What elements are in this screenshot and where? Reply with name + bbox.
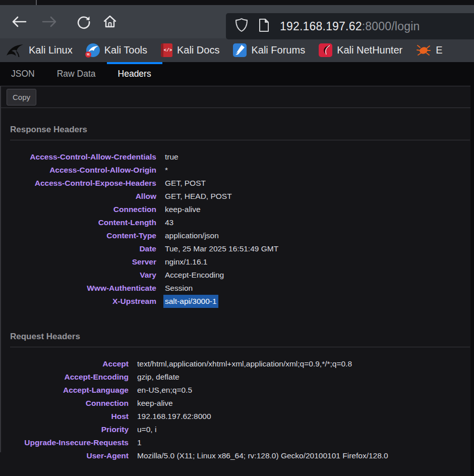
response-headers-section: Response Headers Access-Control-Allow-Cr… bbox=[10, 108, 474, 308]
header-row: Connectionkeep-alive bbox=[10, 203, 474, 216]
header-row: VaryAccept-Encoding bbox=[10, 269, 474, 282]
header-value: 1 bbox=[137, 436, 142, 449]
header-value: Tue, 25 Mar 2025 16:51:49 GMT bbox=[165, 242, 278, 255]
header-value: text/html,application/xhtml+xml,applicat… bbox=[137, 357, 352, 371]
bookmarks-toolbar: Kali Linux π Kali Tools </> Kali Docs Ka… bbox=[0, 38, 474, 62]
kali-tools-badge: π bbox=[85, 51, 91, 58]
header-name: Host bbox=[10, 410, 129, 423]
forward-button[interactable] bbox=[38, 11, 61, 33]
header-value: keep-alive bbox=[165, 203, 201, 216]
kali-linux-icon bbox=[6, 43, 24, 58]
header-value: u=0, i bbox=[137, 423, 156, 436]
header-row: Access-Control-Expose-HeadersGET, POST bbox=[10, 177, 474, 190]
request-headers-section: Request Headers Accepttext/html,applicat… bbox=[10, 308, 474, 462]
bookmark-label: Kali Tools bbox=[104, 44, 147, 56]
navigation-toolbar: 192.168.197.62:8000/login bbox=[0, 5, 474, 38]
header-row: Content-Length43 bbox=[10, 216, 474, 229]
window-tab-strip bbox=[0, 0, 474, 5]
copy-button[interactable]: Copy bbox=[7, 89, 36, 105]
header-row: Servernginx/1.16.1 bbox=[10, 255, 474, 269]
bookmark-label: Kali NetHunter bbox=[337, 44, 402, 56]
header-name: Accept-Language bbox=[10, 384, 129, 397]
header-name: Connection bbox=[10, 203, 156, 216]
header-row: Access-Control-Allow-Credentialstrue bbox=[10, 150, 474, 164]
header-value: gzip, deflate bbox=[137, 371, 180, 384]
header-row: User-AgentMozilla/5.0 (X11; Linux x86_64… bbox=[10, 449, 474, 462]
bookmark-kali-linux[interactable]: Kali Linux bbox=[6, 43, 73, 58]
header-name: Access-Control-Allow-Origin bbox=[10, 164, 156, 177]
url-path: :8000/login bbox=[362, 20, 420, 33]
header-value: true bbox=[165, 150, 179, 164]
header-value: nginx/1.16.1 bbox=[165, 255, 207, 269]
header-name: Vary bbox=[10, 269, 156, 282]
header-value: 192.168.197.62:8000 bbox=[137, 410, 211, 423]
kali-forums-icon bbox=[233, 43, 247, 57]
exploit-db-icon bbox=[416, 43, 431, 57]
bookmark-kali-forums[interactable]: Kali Forums bbox=[233, 43, 305, 57]
copy-toolbar: Copy bbox=[1, 86, 474, 108]
tab-raw-data[interactable]: Raw Data bbox=[46, 62, 107, 86]
bookmark-kali-nethunter[interactable]: Kali NetHunter bbox=[319, 43, 402, 57]
header-row: Accepttext/html,application/xhtml+xml,ap… bbox=[10, 357, 474, 371]
header-name: Access-Control-Expose-Headers bbox=[10, 177, 156, 190]
header-name: Allow bbox=[10, 190, 156, 203]
header-row: Access-Control-Allow-Origin* bbox=[10, 164, 474, 177]
bookmark-kali-docs[interactable]: </> Kali Docs bbox=[161, 43, 219, 57]
shield-icon[interactable] bbox=[235, 18, 248, 35]
bookmark-exploit-db[interactable]: E bbox=[416, 43, 442, 57]
header-row: Upgrade-Insecure-Requests1 bbox=[10, 436, 474, 449]
header-value: GET, POST bbox=[165, 177, 206, 190]
header-name: Www-Authenticate bbox=[10, 282, 156, 295]
header-name: Date bbox=[10, 242, 156, 255]
header-row: Host192.168.197.62:8000 bbox=[10, 410, 474, 423]
header-row: AllowGET, HEAD, POST bbox=[10, 190, 474, 203]
forward-arrow-icon bbox=[41, 15, 57, 29]
back-arrow-icon bbox=[11, 15, 27, 29]
reload-icon bbox=[76, 14, 91, 29]
header-row: Content-Typeapplication/json bbox=[10, 229, 474, 242]
tab-json[interactable]: JSON bbox=[0, 62, 46, 86]
request-headers-title: Request Headers bbox=[10, 332, 474, 342]
window-tab-edge bbox=[0, 0, 36, 5]
url-host: 192.168.197.62 bbox=[280, 20, 362, 33]
response-headers-title: Response Headers bbox=[10, 125, 474, 135]
header-value: keep-alive bbox=[137, 397, 173, 410]
url-bar[interactable]: 192.168.197.62:8000/login bbox=[226, 13, 474, 39]
header-value: en-US,en;q=0.5 bbox=[137, 384, 192, 397]
json-viewer-tabbar: JSON Raw Data Headers bbox=[0, 62, 474, 86]
header-row: Priorityu=0, i bbox=[10, 423, 474, 436]
bookmark-label: Kali Docs bbox=[177, 44, 219, 56]
page-info-icon[interactable] bbox=[258, 18, 270, 34]
header-row: Accept-Languageen-US,en;q=0.5 bbox=[10, 384, 474, 397]
header-value: GET, HEAD, POST bbox=[165, 190, 232, 203]
header-name: User-Agent bbox=[10, 449, 129, 462]
bookmark-label: Kali Linux bbox=[29, 44, 73, 56]
header-name: X-Upstream bbox=[10, 295, 156, 308]
header-value: application/json bbox=[165, 229, 219, 242]
home-icon bbox=[102, 14, 117, 29]
tab-headers[interactable]: Headers bbox=[107, 62, 162, 86]
headers-content: Response Headers Access-Control-Allow-Cr… bbox=[1, 108, 474, 462]
header-name: Accept bbox=[10, 357, 129, 371]
bookmark-label: Kali Forums bbox=[251, 44, 305, 56]
bookmark-kali-tools[interactable]: π Kali Tools bbox=[86, 43, 147, 57]
header-row: Www-AuthenticateSession bbox=[10, 282, 474, 295]
reload-button[interactable] bbox=[73, 11, 95, 33]
request-headers-table: Accepttext/html,application/xhtml+xml,ap… bbox=[10, 357, 474, 462]
header-value: Accept-Encoding bbox=[165, 269, 224, 282]
url-text[interactable]: 192.168.197.62:8000/login bbox=[280, 20, 420, 33]
header-name: Upgrade-Insecure-Requests bbox=[10, 436, 129, 449]
header-name: Content-Length bbox=[10, 216, 156, 229]
header-name: Access-Control-Allow-Credentials bbox=[10, 150, 156, 164]
header-row: Connectionkeep-alive bbox=[10, 397, 474, 410]
headers-panel: Copy Response Headers Access-Control-All… bbox=[0, 86, 474, 452]
tab-separator bbox=[36, 0, 37, 5]
header-name: Accept-Encoding bbox=[10, 371, 129, 384]
back-button[interactable] bbox=[8, 11, 30, 33]
header-row: DateTue, 25 Mar 2025 16:51:49 GMT bbox=[10, 242, 474, 255]
header-name: Priority bbox=[10, 423, 129, 436]
scrollbar-track[interactable] bbox=[470, 62, 474, 476]
header-row: Accept-Encodinggzip, deflate bbox=[10, 371, 474, 384]
home-button[interactable] bbox=[99, 11, 121, 33]
section-divider bbox=[10, 140, 470, 140]
